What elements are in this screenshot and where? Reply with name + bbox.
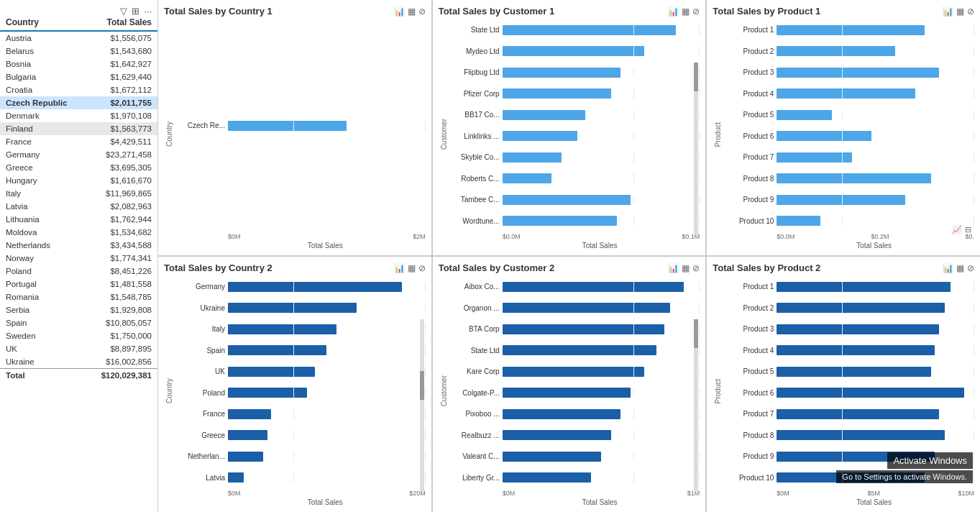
chart-bottom-icon2[interactable]: ⊟: [965, 226, 971, 234]
bar-row: UK: [175, 365, 426, 378]
chart-header-customer-2: Total Sales by Customer 2 📊 ▦ ⊘: [439, 262, 700, 273]
bar-label: Spain: [175, 347, 225, 355]
table-row[interactable]: Croatia$1,672,112: [0, 83, 157, 96]
chart-body-product-1: Product Product 1Product 2Product 3Produ…: [713, 19, 974, 250]
table-row[interactable]: Latvia$2,082,963: [0, 200, 157, 213]
table-row[interactable]: Italy$11,969,865: [0, 187, 157, 200]
bar-fill: [228, 345, 326, 355]
table-row[interactable]: UK$8,897,895: [0, 342, 157, 355]
bar-content-country-2: GermanyUkraineItalySpainUKPolandFranceGr…: [175, 276, 426, 506]
table-row[interactable]: Czech Republic$2,011,755: [0, 96, 157, 109]
chart-header-country-2: Total Sales by Country 2 📊 ▦ ⊘: [164, 262, 426, 273]
chart-icon-table2[interactable]: ▦: [682, 7, 690, 16]
scrollbar-country-2[interactable]: [420, 319, 424, 492]
chart-icon-bar3[interactable]: 📊: [943, 7, 953, 16]
chart-icon-bar[interactable]: 📊: [394, 7, 405, 16]
table-row[interactable]: Romania$1,548,785: [0, 291, 157, 303]
table-row[interactable]: Sweden$1,750,000: [0, 329, 157, 342]
table-row[interactable]: Germany$23,271,458: [0, 148, 157, 161]
chart-icon-table[interactable]: ▦: [408, 7, 416, 16]
chart-icon-block6[interactable]: ⊘: [967, 264, 974, 273]
chart-title-customer-1: Total Sales by Customer 1: [439, 6, 555, 17]
bar-track: [503, 345, 700, 355]
table-row[interactable]: Serbia$1,929,808: [0, 303, 157, 316]
table-row[interactable]: Total$120,029,381: [0, 369, 157, 383]
sales-cell: $2,082,963: [85, 200, 157, 213]
expand-icon[interactable]: ⊞: [132, 6, 139, 17]
bar-fill: [228, 367, 315, 377]
chart-icon-bar4[interactable]: 📊: [394, 264, 405, 273]
table-row[interactable]: France$4,429,511: [0, 135, 157, 148]
bar-row: Product 4: [723, 344, 974, 357]
chart-icon-bar5[interactable]: 📊: [668, 264, 679, 273]
bar-label: Italy: [175, 325, 225, 333]
bar-fill: [503, 195, 631, 205]
country-cell: Ukraine: [0, 355, 85, 369]
chart-bottom-icons-1: 📈 ⊟: [952, 226, 971, 234]
chart-icon-table4[interactable]: ▦: [408, 264, 416, 273]
sales-cell: $120,029,381: [85, 369, 157, 383]
filter-icon[interactable]: ▽: [120, 6, 127, 17]
bar-label: Kare Corp: [449, 367, 500, 375]
chart-icon-block[interactable]: ⊘: [418, 7, 426, 16]
table-row[interactable]: Norway$1,774,341: [0, 252, 157, 265]
tick: $0M: [503, 490, 516, 497]
bar-label: Pixoboo ...: [449, 410, 500, 418]
bar-label: BB17 Co...: [449, 111, 500, 119]
chart-icon-block3[interactable]: ⊘: [967, 7, 974, 16]
table-row[interactable]: Bosnia$1,642,927: [0, 58, 157, 70]
chart-icon-block2[interactable]: ⊘: [692, 7, 700, 16]
table-row[interactable]: Poland$8,451,226: [0, 265, 157, 278]
more-icon[interactable]: ···: [144, 6, 152, 17]
table-row[interactable]: Greece$3,695,305: [0, 161, 157, 174]
table-row[interactable]: Ukraine$16,002,856: [0, 355, 157, 369]
bar-label: Product 4: [723, 90, 774, 98]
chart-icon-block5[interactable]: ⊘: [692, 264, 700, 273]
chart-customer-1: Total Sales by Customer 1 📊 ▦ ⊘ Customer…: [433, 0, 706, 255]
bar-track: [503, 472, 700, 483]
bar-track: [228, 472, 426, 483]
bar-track: [228, 430, 426, 440]
country-cell: Hungary: [0, 174, 85, 187]
bar-label: Product 1: [723, 26, 774, 34]
y-label-product-1: Product: [713, 121, 723, 148]
table-row[interactable]: Netherlands$3,434,588: [0, 239, 157, 252]
chart-icon-table5[interactable]: ▦: [682, 264, 690, 273]
chart-icon-table3[interactable]: ▦: [956, 7, 964, 16]
y-label-customer-1: Customer: [439, 117, 449, 151]
chart-icon-table6[interactable]: ▦: [956, 264, 964, 273]
sales-cell: $1,556,075: [85, 31, 157, 45]
chart-customer-2: Total Sales by Customer 2 📊 ▦ ⊘ Customer…: [433, 257, 706, 512]
scrollbar-customer-1[interactable]: [694, 63, 698, 235]
chart-icon-block4[interactable]: ⊘: [418, 264, 426, 273]
bar-row: Ukraine: [175, 301, 426, 314]
chart-bottom-icon[interactable]: 📈: [952, 226, 962, 234]
table-row[interactable]: Spain$10,805,057: [0, 316, 157, 329]
scrollbar-thumb2: [420, 371, 424, 400]
table-row[interactable]: Lithuania$1,762,944: [0, 213, 157, 226]
bar-track: [503, 430, 700, 440]
bar-label: Product 6: [723, 389, 774, 397]
bar-fill: [503, 282, 684, 292]
bar-row: BB17 Co...: [449, 109, 700, 122]
bar-row: France: [175, 408, 426, 421]
chart-icons-5: 📊 ▦ ⊘: [668, 264, 700, 273]
scrollbar-customer-2[interactable]: [694, 319, 698, 492]
tick: $0M: [228, 233, 241, 240]
table-row[interactable]: Portugal$1,481,558: [0, 278, 157, 291]
table-row[interactable]: Austria$1,556,075: [0, 31, 157, 45]
bar-chart-product-1: Product Product 1Product 2Product 3Produ…: [713, 19, 974, 250]
chart-icon-bar6[interactable]: 📊: [943, 264, 953, 273]
table-row[interactable]: Finland$1,563,773: [0, 122, 157, 135]
bar-fill: [503, 452, 601, 462]
col-total-sales: Total Sales: [85, 14, 157, 31]
table-row[interactable]: Bulgaria$1,629,440: [0, 70, 157, 83]
table-row[interactable]: Hungary$1,616,670: [0, 174, 157, 187]
table-row[interactable]: Belarus$1,543,680: [0, 45, 157, 58]
bar-track: [777, 367, 974, 377]
table-row[interactable]: Denmark$1,970,108: [0, 109, 157, 122]
table-row[interactable]: Moldova$1,534,682: [0, 226, 157, 239]
sales-cell: $1,929,808: [85, 303, 157, 316]
bar-chart-customer-2: Customer Aibox Co...Organon ...BTA CorpS…: [439, 276, 700, 506]
chart-icon-bar2[interactable]: 📊: [668, 7, 679, 16]
